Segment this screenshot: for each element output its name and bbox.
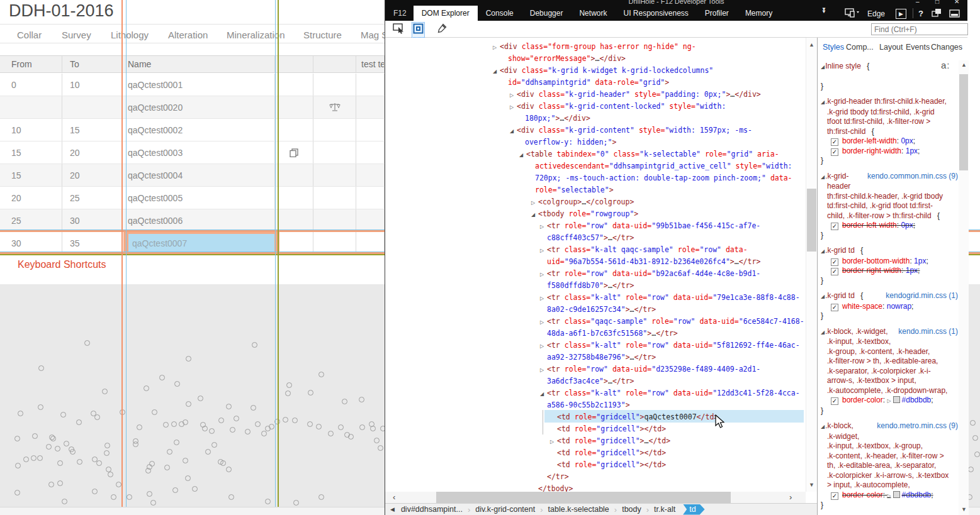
empty-cell[interactable] [356,164,385,186]
styles-tab-changes[interactable]: Changes [931,43,962,52]
dom-tree-node[interactable]: ▷<colgroup>…</colgroup> [538,196,634,208]
collapse-icon[interactable]: ◢ [531,209,538,221]
tab-structure[interactable]: Structure [303,30,342,40]
breadcrumb-item[interactable]: table.k-selectable [546,505,612,514]
name-cell[interactable]: qaQctest0002 [123,119,275,141]
scroll-up-icon[interactable]: ▲ [806,42,817,48]
dom-tree-node[interactable]: <td role="gridcell"></td> [557,459,666,471]
breadcrumb-item[interactable]: div#ddhsampint... [398,505,465,514]
empty-cell[interactable] [356,141,385,163]
expand-icon[interactable]: ▷ [540,316,547,328]
styles-tab-events[interactable]: Events [906,43,930,52]
scroll-down-icon[interactable]: ▼ [959,506,969,512]
dom-tree-node[interactable]: c88cff403c57">…</tr> [547,232,634,244]
expand-icon[interactable]: ▷ [540,221,547,233]
to-cell[interactable] [62,96,123,118]
scroll-right-icon[interactable]: › [789,492,792,503]
collapse-icon[interactable]: ◢ [821,99,825,105]
property-checkbox[interactable]: ✓ [831,492,838,500]
to-cell[interactable]: 10 [62,74,123,96]
breadcrumb-item[interactable]: tbody [619,505,644,514]
dom-tree-node[interactable]: ▷<td role="gridcell">…</td> [557,435,670,447]
from-cell[interactable] [0,96,62,118]
dom-tree-node[interactable]: 48da-a6f1-b7c63fc51568">…</tr> [547,328,678,340]
dom-tree-node[interactable]: 8a02-c9de16257c34">…</tr> [547,304,656,316]
table-row[interactable]: 1015qaQctest0002 [0,119,385,141]
dom-tree-node[interactable]: role="selectable"> [535,184,614,196]
dom-tree-node[interactable]: ◢<div class="k-grid k-widget k-grid-lock… [500,65,713,77]
color-picker-icon[interactable] [437,23,447,36]
dom-tree-node[interactable]: 3a6dcf3ac4ce">…</tr> [547,375,634,387]
dom-tree-node[interactable]: id="ddhsampintgrid" data-role="grid"> [508,77,669,89]
devtools-tab-debugger[interactable]: Debugger [522,6,572,21]
dom-vertical-scrollbar[interactable]: ▲ ▼ [806,38,817,492]
devtools-tab-network[interactable]: Network [571,6,615,21]
devtools-tab-profiler[interactable]: Profiler [697,6,737,21]
collapse-icon[interactable]: ◢ [821,424,825,429]
empty-cell[interactable] [356,74,385,96]
scrollbar-thumb[interactable] [436,492,731,503]
from-cell[interactable]: 20 [0,187,62,209]
css-selector[interactable]: ◢.k-block,kendo.metro.min.css (9) [821,421,954,432]
dom-tree-node[interactable]: ◢<table tabindex="0" class="k-selectable… [526,148,779,160]
console-dock-icon[interactable]: ▶ [896,9,906,19]
css-selector[interactable]: ◢.k-grid-kendo.common.min.css (9) [821,172,954,182]
dom-tree-node[interactable]: ▷<tr class="qaqc-sample" role="row" data… [547,316,804,328]
expand-icon[interactable]: ▷ [550,436,557,448]
css-file-link[interactable]: kendo.common.min.css (9) [867,172,958,182]
table-row[interactable]: 1520qaQctest0003 [0,141,385,164]
help-icon[interactable]: ? [918,9,923,18]
dom-tree-node[interactable]: 180px;">…</div> [525,113,590,125]
tab-survey[interactable]: Survey [62,30,91,40]
breadcrumb-back-icon[interactable]: ◀ [385,506,398,512]
css-selector[interactable]: .k-filter-row > th, .k-editable-area, [821,357,954,367]
from-cell[interactable]: 30 [0,232,62,254]
collapse-icon[interactable]: ◢ [510,125,517,137]
collapse-icon[interactable]: ◢ [821,294,825,299]
collapse-icon[interactable]: ◢ [821,329,825,335]
css-property[interactable]: ✓border-left-width: 0px; [821,221,954,231]
css-selector[interactable]: th:first-child { [821,127,954,137]
dom-tree-node[interactable]: uid="96a7b554-561d-4b31-8912-b2364e026fc… [547,256,760,268]
css-selector[interactable]: child, .k-filter-row > th:first-child { [821,211,954,221]
css-selector[interactable]: ◢Inline style { [821,62,954,72]
scroll-down-icon[interactable]: ▼ [806,482,817,488]
css-property[interactable]: ✓border-right-width: 1px; [821,266,954,276]
empty-cell[interactable] [275,96,313,118]
css-property[interactable]: ✓border-bottom-width: 1px; [821,257,954,267]
dom-tree-node[interactable]: <td role="gridcell"></td> [557,423,666,435]
css-property[interactable]: ✓border-color: ▷#dbdbdb; [821,490,954,501]
css-selector[interactable]: .k-group, .k-content, .k-header, [821,347,954,357]
css-selector[interactable]: header [821,182,954,192]
copy-icon[interactable] [275,141,313,163]
dom-tree-node[interactable]: ▷<div class="form-group has-error ng-hid… [500,41,696,53]
css-file-link[interactable]: kendogrid.min.css (1) [886,291,958,301]
target-browser-label[interactable]: Edge [867,9,885,18]
scales-icon[interactable] [313,96,356,118]
select-element-icon[interactable] [393,23,407,36]
empty-cell[interactable] [313,141,356,163]
collapse-icon[interactable]: ◢ [821,248,825,254]
devtools-tab-ui-responsiveness[interactable]: UI Responsiveness [615,6,696,21]
css-property[interactable]: ✓border-color: ▷#dbdbdb; [821,396,954,406]
collapse-icon[interactable]: ◢ [540,388,547,400]
table-row[interactable]: 2530qaQctest0006 [0,209,385,232]
empty-cell[interactable] [275,232,313,254]
expand-icon[interactable]: ▷ [540,340,547,352]
css-selector[interactable]: th, .k-editable-area, .k-separator, [821,461,954,471]
from-cell[interactable]: 10 [0,119,62,141]
dom-tree-node[interactable]: <td role="gridcell">qaQctest0007</td> [557,411,718,423]
collapse-icon[interactable]: ◢ [519,149,526,161]
property-checkbox[interactable]: ✓ [831,268,838,275]
dom-tree-node[interactable]: ▷<tr role="row" data-uid="b92ac6af-4d4e-… [547,268,760,280]
from-cell[interactable]: 15 [0,164,62,186]
css-selector[interactable]: .k-grid tbody td:first-child, .k-grid [821,108,954,118]
expand-icon[interactable]: ▷ [540,269,547,280]
property-checkbox[interactable]: ✓ [831,138,838,146]
to-cell[interactable]: 30 [62,209,123,231]
devtools-tab-memory[interactable]: Memory [737,6,780,21]
dom-tree-node[interactable]: ◢<tr class="k-alt" role="row" data-uid="… [547,387,800,399]
maximize-button[interactable]: □ [935,0,939,5]
dom-tree-node[interactable]: </tbody> [538,483,573,492]
dom-tree-node[interactable]: ▷<tr class="k-alt" role="row" data-uid="… [547,292,800,304]
